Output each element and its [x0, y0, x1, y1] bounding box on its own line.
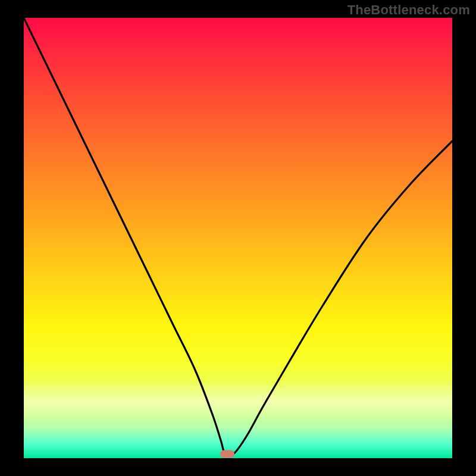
plot-area	[24, 18, 452, 458]
watermark-text: TheBottleneck.com	[347, 2, 470, 18]
bottleneck-curve-path	[24, 18, 452, 456]
curve-svg	[24, 18, 452, 458]
chart-frame: TheBottleneck.com	[0, 0, 476, 476]
optimal-point-marker	[220, 450, 234, 458]
